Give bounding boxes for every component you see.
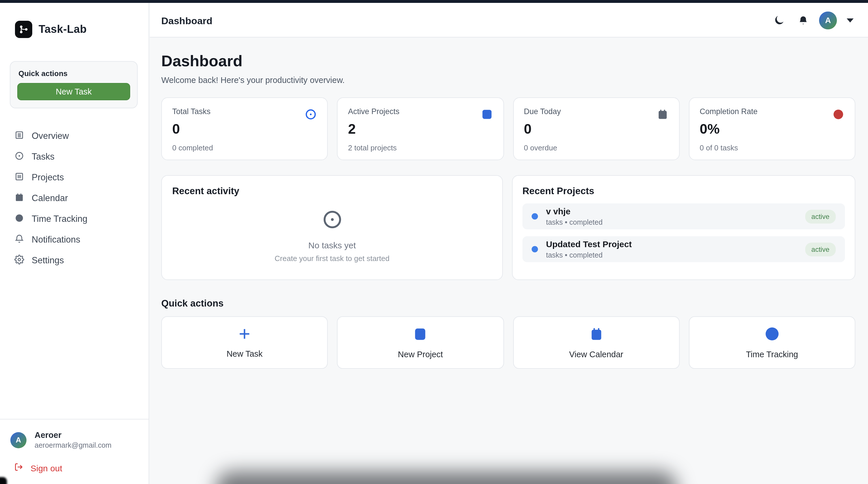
quick-action-new-project[interactable]: New Project bbox=[337, 316, 504, 369]
sidebar-item-settings[interactable]: Settings bbox=[0, 250, 149, 271]
page-subtitle: Welcome back! Here's your productivity o… bbox=[161, 75, 855, 85]
avatar: A bbox=[10, 432, 27, 448]
columns-icon bbox=[14, 172, 24, 183]
recent-projects-title: Recent Projects bbox=[522, 185, 845, 196]
list-icon bbox=[14, 130, 24, 142]
quick-action-label: New Project bbox=[398, 350, 443, 359]
chevron-down-icon[interactable] bbox=[847, 18, 854, 22]
logout-icon bbox=[14, 463, 23, 474]
recent-activity-title: Recent activity bbox=[172, 185, 492, 196]
stat-label: Active Projects bbox=[348, 107, 493, 116]
sidebar-item-label: Tasks bbox=[32, 152, 55, 162]
user-email: aeroermark@gmail.com bbox=[35, 441, 112, 449]
square-icon bbox=[413, 326, 428, 344]
stats-row: Total Tasks 0 0 completed Active Project… bbox=[161, 97, 855, 160]
sidebar-divider bbox=[0, 419, 149, 420]
project-meta: tasks • completed bbox=[546, 218, 602, 226]
project-name: v vhje bbox=[546, 206, 602, 216]
gear-icon bbox=[14, 254, 24, 267]
calendar-icon bbox=[14, 192, 24, 204]
user-block: A Aeroer aeroermark@gmail.com bbox=[10, 430, 112, 449]
target-icon bbox=[305, 108, 317, 123]
status-badge: active bbox=[805, 209, 836, 223]
stat-sub: 0 completed bbox=[172, 144, 317, 152]
sidebar-item-tasks[interactable]: Tasks bbox=[0, 146, 149, 167]
quick-actions-row: New Task New Project View Calendar Time … bbox=[161, 316, 855, 369]
browser-top-strip bbox=[0, 0, 868, 3]
stat-value: 0% bbox=[700, 121, 845, 137]
sidebar-item-label: Notifications bbox=[32, 235, 80, 245]
project-meta: tasks • completed bbox=[546, 251, 632, 259]
project-name: Updated Test Project bbox=[546, 239, 632, 249]
quick-action-label: New Task bbox=[227, 349, 262, 358]
sidebar-item-label: Overview bbox=[32, 131, 69, 141]
empty-state-title: No tasks yet bbox=[162, 240, 502, 250]
quick-action-view-calendar[interactable]: View Calendar bbox=[513, 316, 680, 369]
quick-action-label: View Calendar bbox=[569, 350, 623, 359]
recent-projects-panel: Recent Projects v vhje tasks • completed… bbox=[512, 175, 855, 280]
stat-card-completion-rate: Completion Rate 0% 0 of 0 tasks bbox=[689, 97, 856, 160]
page-title: Dashboard bbox=[161, 53, 855, 70]
sidebar-item-calendar[interactable]: Calendar bbox=[0, 188, 149, 209]
app-window: Task-Lab Quick actions New Task Overview… bbox=[0, 0, 868, 484]
calendar-icon bbox=[589, 326, 603, 344]
sidebar: Task-Lab Quick actions New Task Overview… bbox=[0, 3, 149, 484]
stat-label: Completion Rate bbox=[700, 107, 845, 116]
quick-action-new-task[interactable]: New Task bbox=[161, 316, 328, 369]
target-icon bbox=[322, 209, 342, 230]
app-title: Task-Lab bbox=[39, 23, 87, 36]
stat-card-active-projects: Active Projects 2 2 total projects bbox=[337, 97, 504, 160]
clock-icon bbox=[14, 213, 24, 225]
square-icon bbox=[480, 108, 493, 123]
app-logo-icon bbox=[15, 21, 32, 38]
stat-sub: 0 of 0 tasks bbox=[700, 144, 845, 152]
window-bottom-shadow bbox=[216, 471, 677, 484]
stat-value: 0 bbox=[172, 121, 317, 137]
sidebar-item-label: Settings bbox=[32, 255, 64, 266]
sidebar-item-projects[interactable]: Projects bbox=[0, 167, 149, 188]
stat-card-due-today: Due Today 0 0 overdue bbox=[513, 97, 680, 160]
activity-empty-state: No tasks yet Create your first task to g… bbox=[162, 209, 502, 263]
sidebar-item-label: Projects bbox=[32, 172, 64, 183]
sidebar-nav: Overview Tasks Projects Calendar Time Tr… bbox=[0, 126, 149, 271]
main-content: Dashboard Welcome back! Here's your prod… bbox=[150, 37, 868, 484]
stat-value: 0 bbox=[524, 121, 669, 137]
stat-sub: 2 total projects bbox=[348, 144, 493, 152]
bell-icon bbox=[14, 234, 24, 246]
stat-sub: 0 overdue bbox=[524, 144, 669, 152]
stat-value: 2 bbox=[348, 121, 493, 137]
quick-actions-title: Quick actions bbox=[19, 69, 130, 78]
recent-activity-panel: Recent activity No tasks yet Create your… bbox=[161, 175, 503, 280]
header-title: Dashboard bbox=[161, 16, 213, 27]
target-icon bbox=[14, 151, 24, 163]
clock-icon bbox=[764, 326, 780, 344]
dark-mode-toggle[interactable] bbox=[772, 13, 787, 28]
top-header: Dashboard A bbox=[150, 3, 868, 37]
calendar-icon bbox=[657, 108, 669, 123]
sign-out-button[interactable]: Sign out bbox=[14, 463, 62, 474]
sidebar-item-label: Calendar bbox=[32, 193, 68, 203]
header-avatar[interactable]: A bbox=[819, 11, 837, 29]
sidebar-item-notifications[interactable]: Notifications bbox=[0, 229, 149, 250]
notifications-bell-button[interactable] bbox=[796, 13, 810, 28]
new-task-button[interactable]: New Task bbox=[17, 83, 130, 100]
project-dot-icon bbox=[532, 213, 538, 219]
status-badge: active bbox=[805, 242, 836, 256]
user-name: Aeroer bbox=[35, 430, 112, 440]
project-row[interactable]: v vhje tasks • completed active bbox=[522, 203, 845, 229]
stat-label: Total Tasks bbox=[172, 107, 317, 116]
stat-card-total-tasks: Total Tasks 0 0 completed bbox=[161, 97, 328, 160]
stat-label: Due Today bbox=[524, 107, 669, 116]
sidebar-item-time-tracking[interactable]: Time Tracking bbox=[0, 209, 149, 229]
sidebar-quick-actions-box: Quick actions New Task bbox=[10, 61, 138, 108]
sidebar-item-label: Time Tracking bbox=[32, 214, 88, 224]
header-actions: A bbox=[772, 3, 854, 37]
quick-actions-section-title: Quick actions bbox=[161, 298, 855, 309]
sign-out-label: Sign out bbox=[31, 463, 62, 473]
sidebar-item-overview[interactable]: Overview bbox=[0, 126, 149, 146]
quick-action-time-tracking[interactable]: Time Tracking bbox=[689, 316, 856, 369]
project-dot-icon bbox=[532, 246, 538, 252]
middle-row: Recent activity No tasks yet Create your… bbox=[161, 175, 855, 280]
circle-red-icon bbox=[832, 108, 844, 123]
project-row[interactable]: Updated Test Project tasks • completed a… bbox=[522, 236, 845, 262]
